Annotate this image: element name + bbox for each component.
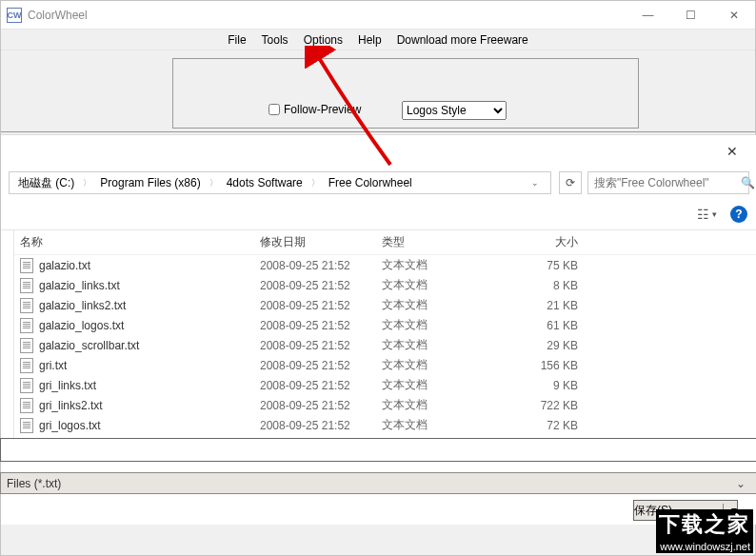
watermark-url: www.windowszj.net [656, 540, 753, 553]
help-button[interactable]: ? [730, 206, 747, 223]
file-type: 文本文档 [382, 357, 494, 373]
menu-download[interactable]: Download more Freeware [391, 31, 534, 49]
file-name: galazio_links2.txt [39, 299, 126, 312]
table-row[interactable]: gri_logos.txt2008-09-25 21:52文本文档72 KB [14, 415, 756, 435]
text-file-icon [20, 338, 33, 353]
search-input[interactable] [594, 176, 737, 189]
chevron-right-icon: 〉 [206, 177, 222, 189]
filename-bar[interactable] [0, 438, 756, 462]
menubar: File Tools Options Help Download more Fr… [1, 30, 755, 50]
table-row[interactable]: gri.txt2008-09-25 21:52文本文档156 KB [14, 355, 756, 375]
text-file-icon [20, 278, 33, 293]
list-view-icon: ☷ [697, 207, 709, 222]
menu-help[interactable]: Help [352, 31, 388, 49]
col-header-name[interactable]: 名称 [14, 234, 260, 250]
toolbar-panel: Follow-Preview Logos Style [172, 58, 639, 129]
toolbar-area: Follow-Preview Logos Style [1, 50, 755, 132]
file-type-filter[interactable]: Files (*.txt) ⌄ [0, 472, 756, 494]
file-size: 9 KB [494, 379, 607, 392]
file-name: gri_links2.txt [39, 399, 103, 412]
col-header-size[interactable]: 大小 [494, 234, 607, 250]
file-name: galazio_scrollbar.txt [39, 339, 139, 352]
table-row[interactable]: gri_links2.txt2008-09-25 21:52文本文档722 KB [14, 395, 756, 415]
titlebar: CW ColorWheel — ☐ ✕ [1, 1, 755, 30]
text-file-icon [20, 298, 33, 313]
text-file-icon [20, 418, 33, 433]
file-size: 8 KB [494, 279, 607, 292]
chevron-down-icon[interactable]: ⌄ [526, 178, 545, 188]
file-date: 2008-09-25 21:52 [260, 419, 382, 432]
breadcrumb-seg-fcw[interactable]: Free Colorwheel [326, 175, 415, 190]
file-date: 2008-09-25 21:52 [260, 339, 382, 352]
chevron-down-icon: ⌄ [736, 477, 751, 490]
file-name: galazio_logos.txt [39, 319, 124, 332]
file-size: 722 KB [494, 399, 607, 412]
file-size: 75 KB [494, 259, 607, 272]
file-name: gri_logos.txt [39, 419, 101, 432]
dialog-toolbar: ☷ ▾ ? [1, 198, 756, 230]
file-name: galazio.txt [39, 259, 90, 272]
col-header-type[interactable]: 类型 [382, 234, 494, 250]
search-box[interactable]: 🔍 [587, 171, 749, 194]
table-row[interactable]: gri_links.txt2008-09-25 21:52文本文档9 KB [14, 375, 756, 395]
chevron-right-icon: 〉 [79, 177, 95, 189]
table-row[interactable]: galazio_links2.txt2008-09-25 21:52文本文档21… [14, 295, 756, 315]
table-row[interactable]: galazio_logos.txt2008-09-25 21:52文本文档61 … [14, 315, 756, 335]
file-type: 文本文档 [382, 277, 494, 293]
file-name: gri_links.txt [39, 379, 96, 392]
app-title: ColorWheel [28, 9, 627, 22]
file-size: 21 KB [494, 299, 607, 312]
view-mode-button[interactable]: ☷ ▾ [697, 207, 717, 222]
table-row[interactable]: galazio.txt2008-09-25 21:52文本文档75 KB [14, 255, 756, 275]
file-size: 61 KB [494, 319, 607, 332]
file-type: 文本文档 [382, 377, 494, 393]
column-headers: 名称 修改日期 类型 大小 [14, 230, 756, 255]
table-row[interactable]: galazio_links.txt2008-09-25 21:52文本文档8 K… [14, 275, 756, 295]
file-date: 2008-09-25 21:52 [260, 319, 382, 332]
filter-label: Files (*.txt) [7, 477, 61, 490]
menu-file[interactable]: File [222, 31, 251, 49]
minimize-button[interactable]: — [627, 1, 669, 29]
menu-options[interactable]: Options [298, 31, 348, 49]
refresh-button[interactable]: ⟳ [559, 171, 582, 194]
text-file-icon [20, 358, 33, 373]
follow-preview-checkbox[interactable] [269, 104, 280, 115]
watermark-cn: 下载之家 [656, 509, 753, 540]
chevron-right-icon: 〉 [308, 177, 324, 189]
splitter[interactable] [1, 230, 14, 438]
file-type: 文本文档 [382, 317, 494, 333]
text-file-icon [20, 378, 33, 393]
text-file-icon [20, 258, 33, 273]
col-header-date[interactable]: 修改日期 [260, 234, 382, 250]
breadcrumb[interactable]: 地磁盘 (C:) 〉 Program Files (x86) 〉 4dots S… [9, 171, 551, 194]
file-date: 2008-09-25 21:52 [260, 259, 382, 272]
breadcrumb-seg-4dots[interactable]: 4dots Software [224, 175, 306, 190]
file-type: 文本文档 [382, 417, 494, 433]
file-type: 文本文档 [382, 397, 494, 413]
style-select[interactable]: Logos Style [402, 101, 507, 120]
maximize-button[interactable]: ☐ [669, 1, 712, 29]
menu-tools[interactable]: Tools [256, 31, 294, 49]
file-listing: 名称 修改日期 类型 大小 galazio.txt2008-09-25 21:5… [14, 230, 756, 438]
watermark: 下载之家 www.windowszj.net [656, 509, 753, 553]
file-size: 72 KB [494, 419, 607, 432]
text-file-icon [20, 398, 33, 413]
search-icon[interactable]: 🔍 [741, 176, 755, 189]
file-date: 2008-09-25 21:52 [260, 359, 382, 372]
app-window: CW ColorWheel — ☐ ✕ File Tools Options H… [0, 0, 756, 556]
file-type: 文本文档 [382, 297, 494, 313]
dialog-close-button[interactable]: ✕ [713, 138, 751, 165]
table-row[interactable]: galazio_scrollbar.txt2008-09-25 21:52文本文… [14, 335, 756, 355]
file-name: galazio_links.txt [39, 279, 120, 292]
breadcrumb-seg-disk[interactable]: 地磁盘 (C:) [15, 174, 77, 192]
text-file-icon [20, 318, 33, 333]
app-icon: CW [7, 8, 22, 23]
file-name: gri.txt [39, 359, 67, 372]
breadcrumb-seg-pf[interactable]: Program Files (x86) [97, 175, 203, 190]
file-date: 2008-09-25 21:52 [260, 299, 382, 312]
follow-preview-label: Follow-Preview [284, 103, 361, 116]
close-button[interactable]: ✕ [712, 1, 755, 29]
chevron-down-icon: ▾ [712, 209, 717, 219]
file-size: 29 KB [494, 339, 607, 352]
file-date: 2008-09-25 21:52 [260, 399, 382, 412]
